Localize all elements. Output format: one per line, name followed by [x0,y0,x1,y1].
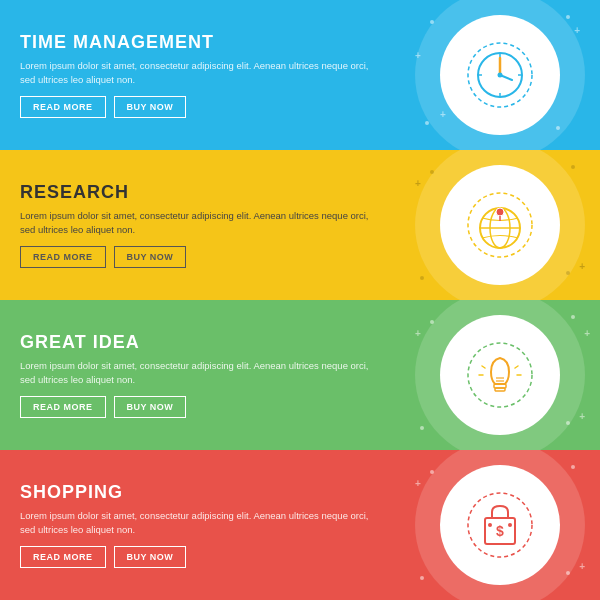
buy-now-button[interactable]: BUY NOW [114,246,187,268]
btn-group: READ MORE BUY NOW [20,96,380,118]
clock-icon [465,40,535,110]
read-more-button[interactable]: READ MORE [20,246,106,268]
text-side-great-idea: GREAT IDEA Lorem ipsum dolor sit amet, c… [0,317,400,433]
read-more-button[interactable]: READ MORE [20,396,106,418]
banner-desc: Lorem ipsum dolor sit amet, consectetur … [20,209,380,236]
icon-side-shopping: + + $ [400,450,600,600]
banner-desc: Lorem ipsum dolor sit amet, consectetur … [20,59,380,86]
banner-title: GREAT IDEA [20,332,380,353]
svg-point-13 [496,208,504,216]
btn-group: READ MORE BUY NOW [20,246,380,268]
svg-point-27 [488,523,492,527]
banner-shopping: SHOPPING Lorem ipsum dolor sit amet, con… [0,450,600,600]
text-side-time-management: TIME MANAGEMENT Lorem ipsum dolor sit am… [0,17,400,133]
btn-group: READ MORE BUY NOW [20,396,380,418]
banner-research: RESEARCH Lorem ipsum dolor sit amet, con… [0,150,600,300]
clock-icon-circle [440,15,560,135]
banner-time-management: + + + TIME MANAGEMENT [0,0,600,150]
banner-title: SHOPPING [20,482,380,503]
globe-icon [465,190,535,260]
svg-rect-17 [495,388,505,391]
shopping-bag-icon: $ [465,490,535,560]
banner-great-idea: + + + GREAT ID [0,300,600,450]
icon-side-time-management: + + + [400,0,600,150]
icon-side-great-idea: + + + [400,300,600,450]
banner-title: RESEARCH [20,182,380,203]
svg-line-22 [515,366,518,368]
btn-group: READ MORE BUY NOW [20,546,380,568]
svg-text:$: $ [496,523,504,539]
text-side-research: RESEARCH Lorem ipsum dolor sit amet, con… [0,167,400,283]
bulb-icon [465,340,535,410]
read-more-button[interactable]: READ MORE [20,546,106,568]
svg-point-28 [508,523,512,527]
buy-now-button[interactable]: BUY NOW [114,546,187,568]
svg-line-20 [482,366,485,368]
bulb-icon-circle [440,315,560,435]
read-more-button[interactable]: READ MORE [20,96,106,118]
buy-now-button[interactable]: BUY NOW [114,96,187,118]
svg-point-15 [468,343,532,407]
bag-icon-circle: $ [440,465,560,585]
banner-title: TIME MANAGEMENT [20,32,380,53]
buy-now-button[interactable]: BUY NOW [114,396,187,418]
icon-side-research: + + [400,150,600,300]
banner-desc: Lorem ipsum dolor sit amet, consectetur … [20,359,380,386]
svg-point-4 [498,73,503,78]
globe-icon-circle [440,165,560,285]
text-side-shopping: SHOPPING Lorem ipsum dolor sit amet, con… [0,467,400,583]
banner-desc: Lorem ipsum dolor sit amet, consectetur … [20,509,380,536]
